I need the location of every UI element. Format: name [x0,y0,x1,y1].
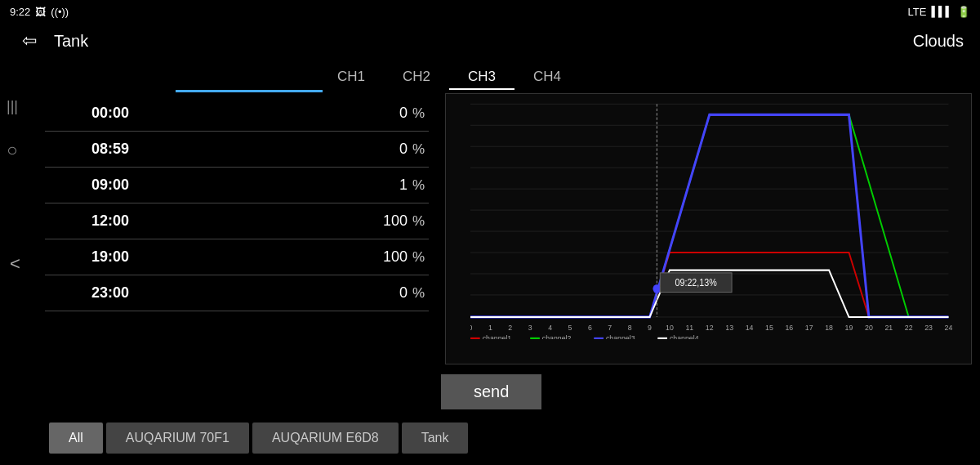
val-1: 0 [359,141,408,158]
send-row: send [0,368,980,416]
svg-text:19: 19 [845,324,853,332]
svg-text:11: 11 [685,324,693,332]
schedule-panel: 00:00 0 % 08:59 0 % 09:00 1 % 12:00 100 [45,90,437,368]
svg-text:channel4: channel4 [670,334,699,339]
channel-tabs: CH1 CH2 CH3 CH4 [0,59,980,90]
svg-rect-53 [530,338,540,339]
pct-5: % [412,285,429,302]
svg-text:13: 13 [725,324,733,332]
pct-2: % [412,177,429,194]
chart-panel: 0 10 20 30 40 50 60 70 80 90 100 0 1 2 3… [445,93,972,364]
svg-text:channel2: channel2 [542,334,572,339]
schedule-row-1: 08:59 0 % [45,132,429,168]
time-3: 12:00 [45,212,176,230]
bottom-tab-all[interactable]: All [49,423,103,454]
svg-text:channel3: channel3 [606,334,635,339]
val-2: 1 [359,177,408,194]
tab-ch2[interactable]: CH2 [384,65,449,90]
pct-0: % [412,105,429,122]
circle-icon[interactable]: ○ [7,140,17,161]
svg-rect-57 [657,338,667,339]
svg-text:channel1: channel1 [483,334,512,339]
svg-rect-51 [470,338,480,339]
svg-text:4: 4 [548,324,552,332]
bottom-tab-70f1[interactable]: AUQARIUM 70F1 [106,423,249,454]
svg-text:8: 8 [628,324,632,332]
svg-text:20: 20 [865,324,873,332]
svg-text:9: 9 [648,324,652,332]
svg-text:14: 14 [746,324,754,332]
svg-text:18: 18 [825,324,833,332]
menu-icon[interactable]: ||| [7,98,18,115]
svg-text:21: 21 [884,324,893,332]
lte-label: LTE [908,6,927,18]
svg-text:16: 16 [785,324,793,332]
tab-ch3[interactable]: CH3 [449,65,514,90]
svg-text:6: 6 [588,324,592,332]
signal-icon: ▌▌▌ [931,6,952,17]
pct-4: % [412,249,429,266]
left-sidebar: ||| ○ [7,98,18,161]
clouds-label: Clouds [913,32,964,51]
val-5: 0 [359,284,408,302]
svg-text:1: 1 [488,324,492,332]
time-0: 00:00 [45,105,176,122]
main-content: 00:00 0 % 08:59 0 % 09:00 1 % 12:00 100 [0,90,980,368]
page-title: Tank [54,32,88,51]
bottom-tab-e6d8[interactable]: AUQARIUM E6D8 [252,423,399,454]
svg-text:2: 2 [508,324,512,332]
chart-svg: 0 10 20 30 40 50 60 70 80 90 100 0 1 2 3… [470,101,964,339]
time-2: 09:00 [45,177,176,194]
back-button[interactable]: ⇦ [16,31,42,51]
svg-text:5: 5 [568,324,572,332]
svg-rect-55 [594,338,604,339]
status-bar: 9:22 🖼 ((•)) LTE ▌▌▌ 🔋 [0,0,980,23]
left-back-button[interactable]: < [10,253,20,275]
svg-text:22: 22 [905,324,913,332]
send-button[interactable]: send [441,374,541,409]
time-4: 19:00 [45,248,176,266]
svg-text:7: 7 [608,324,612,332]
svg-text:23: 23 [924,324,933,332]
bottom-tab-tank[interactable]: Tank [402,423,469,454]
schedule-row-0: 00:00 0 % [45,96,429,132]
image-icon: 🖼 [35,6,46,18]
val-0: 0 [359,105,408,122]
svg-text:10: 10 [666,324,674,332]
pct-3: % [412,213,429,230]
schedule-row-3: 12:00 100 % [45,203,429,239]
status-time: 9:22 [10,6,30,18]
val-3: 100 [359,212,408,230]
svg-text:3: 3 [528,324,532,332]
bottom-tabs: All AUQARIUM 70F1 AUQARIUM E6D8 Tank [0,416,980,460]
top-nav: ⇦ Tank Clouds [0,23,980,59]
wifi-icon: ((•)) [51,6,69,18]
progress-indicator [176,90,323,92]
svg-text:17: 17 [805,324,813,332]
svg-text:0: 0 [470,324,472,332]
schedule-row-5: 23:00 0 % [45,275,429,311]
time-1: 08:59 [45,141,176,158]
svg-text:24: 24 [945,324,953,332]
tab-ch4[interactable]: CH4 [514,65,580,90]
svg-text:15: 15 [765,324,773,332]
schedule-row-4: 19:00 100 % [45,239,429,275]
svg-text:12: 12 [706,324,714,332]
pct-1: % [412,141,429,158]
svg-text:09:22,13%: 09:22,13% [675,278,716,288]
val-4: 100 [359,248,408,266]
battery-icon: 🔋 [957,6,970,18]
time-5: 23:00 [45,284,176,302]
schedule-row-2: 09:00 1 % [45,168,429,203]
tab-ch1[interactable]: CH1 [318,65,384,90]
